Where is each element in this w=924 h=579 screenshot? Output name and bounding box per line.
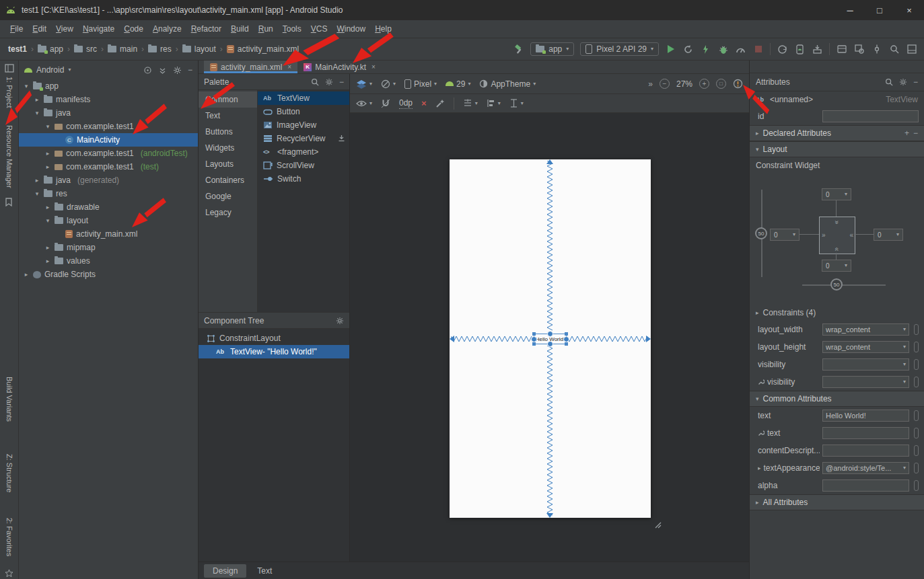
palette-category-containers[interactable]: Containers — [199, 172, 257, 188]
apply-changes-icon[interactable] — [682, 44, 694, 55]
breadcrumb-res[interactable]: res — [147, 44, 173, 54]
hide-panel-icon[interactable]: − — [339, 77, 344, 87]
tree-item-manifests[interactable]: ▸manifests — [19, 93, 198, 106]
clear-constraints-button[interactable]: × — [421, 98, 427, 108]
remove-attribute-button[interactable]: − — [913, 128, 918, 138]
gear-icon[interactable] — [336, 317, 344, 325]
tree-item-java-generated[interactable]: ▸java(generated) — [19, 173, 198, 187]
toolwindow-layout-icon[interactable] — [906, 44, 917, 55]
layout-width-dropdown[interactable]: wrap_content▾ — [822, 323, 909, 336]
collapse-all-icon[interactable] — [158, 66, 167, 75]
alpha-input[interactable] — [822, 479, 909, 492]
constraint-widget[interactable]: 50 0▾ » « » « 0▾ 0▾ 0▾ 50 — [750, 173, 924, 305]
close-icon[interactable]: × — [371, 63, 376, 71]
search-icon[interactable] — [311, 78, 319, 86]
text-appearance-dropdown[interactable]: @android:style/Te...▾ — [822, 462, 909, 474]
tab-design[interactable]: Design — [204, 564, 246, 578]
gear-icon[interactable] — [173, 66, 182, 75]
breadcrumb-project[interactable]: test1 — [7, 44, 28, 54]
pick-resource-button[interactable] — [914, 428, 919, 438]
menu-view[interactable]: View — [51, 23, 78, 35]
breadcrumb-src[interactable]: src — [73, 44, 98, 54]
search-everywhere-icon[interactable] — [888, 44, 900, 55]
vertical-bias-slider[interactable]: 50 — [755, 227, 767, 239]
palette-item-recyclerview[interactable]: RecyclerView — [258, 132, 349, 145]
search-icon[interactable] — [885, 78, 893, 86]
menu-help[interactable]: Help — [370, 23, 396, 35]
guidelines-dropdown[interactable]: ▾ — [463, 99, 478, 108]
horizontal-bias-track[interactable] — [802, 284, 886, 286]
horizontal-bias-slider[interactable]: 50 — [830, 278, 843, 291]
tree-item-gradle-scripts[interactable]: ▸Gradle Scripts — [19, 268, 198, 281]
profile-icon[interactable] — [735, 44, 746, 55]
minimize-button[interactable]: ─ — [835, 0, 865, 20]
resize-handle[interactable] — [532, 332, 536, 336]
pick-resource-button[interactable] — [914, 342, 919, 352]
pick-resource-button[interactable] — [914, 324, 919, 335]
project-toolwindow-icon[interactable] — [5, 64, 14, 73]
zoom-out-button[interactable]: − — [660, 79, 670, 89]
layout-height-dropdown[interactable]: wrap_content▾ — [822, 341, 909, 353]
layout-inspector-icon[interactable] — [853, 44, 865, 55]
sync-gradle-icon[interactable] — [777, 44, 788, 55]
palette-category-text[interactable]: Text — [199, 108, 257, 124]
commit-icon[interactable] — [871, 44, 882, 55]
tree-item-package-test[interactable]: ▸com.example.test1(test) — [19, 160, 198, 173]
margin-bottom-dropdown[interactable]: 0▾ — [822, 260, 851, 272]
theme-dropdown[interactable]: AppTheme ▾ — [479, 79, 536, 89]
run-button[interactable] — [665, 44, 676, 55]
menu-tools[interactable]: Tools — [278, 23, 306, 35]
section-declared-attributes[interactable]: ▸ Declared Attributes + − — [750, 125, 924, 141]
palette-item-textview[interactable]: AbTextView — [258, 91, 349, 105]
tree-item-mipmap[interactable]: ▸mipmap — [19, 241, 198, 254]
menu-vcs[interactable]: VCS — [306, 23, 332, 35]
tab-text[interactable]: Text — [248, 564, 281, 578]
locate-file-icon[interactable] — [143, 66, 152, 75]
stripe-resource-manager[interactable]: Resource Manager — [5, 125, 13, 188]
breadcrumb-app[interactable]: app — [36, 44, 65, 54]
resize-handle[interactable] — [532, 342, 536, 346]
margin-left-dropdown[interactable]: 0▾ — [770, 229, 799, 241]
sdk-manager-icon[interactable] — [812, 44, 823, 55]
api-version-dropdown[interactable]: 29 ▾ — [446, 79, 470, 89]
stripe-structure[interactable]: Z: Structure — [5, 454, 13, 492]
margin-top-dropdown[interactable]: 0▾ — [822, 188, 851, 200]
resize-handle[interactable] — [565, 342, 568, 346]
infer-constraints-button[interactable] — [435, 99, 445, 108]
breadcrumb-main[interactable]: main — [106, 44, 139, 54]
default-margin-dropdown[interactable]: 0dp — [399, 98, 413, 109]
palette-category-buttons[interactable]: Buttons — [199, 124, 257, 140]
bookmark-icon[interactable] — [5, 198, 13, 206]
component-tree-item-textview[interactable]: Ab TextView- "Hello World!" — [199, 345, 349, 358]
constraint-handle-bottom[interactable] — [547, 341, 553, 347]
design-surface[interactable]: Hello World! — [350, 113, 749, 562]
resize-handle[interactable] — [565, 332, 568, 336]
apply-code-changes-icon[interactable] — [700, 44, 711, 55]
add-attribute-button[interactable]: + — [904, 128, 909, 138]
tree-item-java[interactable]: ▾java — [19, 106, 198, 120]
palette-item-imageview[interactable]: ImageView — [258, 118, 349, 132]
download-icon[interactable] — [338, 134, 345, 142]
stripe-build-variants[interactable]: Build Variants — [5, 377, 13, 422]
debug-icon[interactable] — [717, 44, 729, 55]
build-hammer-icon[interactable] — [513, 44, 524, 55]
distribute-dropdown[interactable]: ▾ — [509, 99, 524, 108]
id-input[interactable] — [822, 110, 919, 122]
tab-mainactivity-kt[interactable]: K MainActivity.kt × — [297, 61, 382, 73]
tools-text-input[interactable] — [822, 427, 909, 439]
section-all-attributes[interactable]: ▸ All Attributes — [750, 494, 924, 510]
visibility-dropdown[interactable]: ▾ — [822, 358, 909, 371]
tree-item-res[interactable]: ▾res — [19, 187, 198, 200]
canvas-resize-handle[interactable] — [653, 520, 662, 529]
section-constraints[interactable]: ▸ Constraints (4) — [750, 305, 924, 321]
selected-textview-widget[interactable]: Hello World! — [534, 334, 567, 344]
stripe-favorites[interactable]: 2: Favorites — [5, 518, 13, 556]
issues-panel-button[interactable] — [733, 79, 743, 89]
tree-item-activity-main-xml[interactable]: activity_main.xml — [19, 227, 198, 241]
gear-icon[interactable] — [325, 78, 333, 86]
content-description-input[interactable] — [822, 445, 909, 457]
palette-item-switch[interactable]: Switch — [258, 172, 349, 186]
design-surface-selector[interactable]: ▾ — [356, 79, 372, 89]
menu-window[interactable]: Window — [332, 23, 370, 35]
view-options-dropdown[interactable]: ▾ — [356, 100, 372, 108]
